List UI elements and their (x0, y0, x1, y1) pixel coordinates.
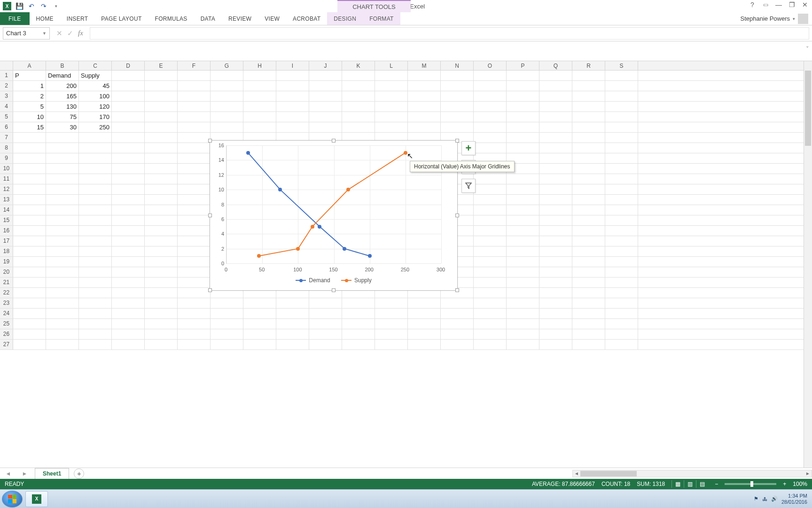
col-S[interactable]: S (605, 61, 638, 70)
cell[interactable] (243, 340, 276, 349)
cell[interactable] (572, 309, 605, 318)
cell[interactable] (112, 309, 145, 318)
cell[interactable] (211, 71, 243, 80)
cell[interactable] (572, 278, 605, 287)
cell[interactable] (474, 298, 507, 308)
cell[interactable] (539, 184, 572, 194)
row-header[interactable]: 8 (0, 143, 13, 153)
chart-marker[interactable] (311, 225, 314, 229)
col-Q[interactable]: Q (539, 61, 572, 70)
cell[interactable] (605, 309, 638, 318)
cell[interactable] (474, 112, 507, 122)
cell[interactable] (474, 122, 507, 132)
col-O[interactable]: O (474, 61, 507, 70)
cell[interactable] (112, 319, 145, 329)
cell[interactable]: 130 (46, 102, 79, 111)
cell[interactable] (572, 288, 605, 298)
cell[interactable] (112, 226, 145, 236)
cell[interactable] (46, 278, 79, 287)
cell[interactable] (539, 257, 572, 267)
row-header[interactable]: 20 (0, 267, 13, 277)
taskbar-clock[interactable]: 1:34 PM 28/01/2016 (781, 493, 807, 505)
cell[interactable] (178, 205, 211, 215)
cell[interactable] (539, 309, 572, 318)
cell[interactable] (46, 164, 79, 174)
cell[interactable] (309, 329, 342, 339)
cell[interactable] (178, 257, 211, 267)
cell[interactable] (605, 288, 638, 298)
cell[interactable] (375, 122, 408, 132)
cell[interactable] (507, 133, 539, 143)
cell[interactable] (309, 298, 342, 308)
cell[interactable] (572, 102, 605, 111)
col-E[interactable]: E (145, 61, 178, 70)
cell[interactable] (342, 102, 375, 111)
cell[interactable] (572, 143, 605, 153)
help-icon[interactable]: ? (748, 1, 757, 8)
start-button[interactable] (2, 491, 23, 508)
view-page-layout-icon[interactable]: ▥ (684, 480, 696, 488)
add-sheet-button[interactable]: + (74, 468, 84, 479)
cell[interactable] (79, 257, 112, 267)
cell[interactable] (243, 329, 276, 339)
cell[interactable] (572, 246, 605, 256)
cell[interactable] (112, 329, 145, 339)
chart-legend[interactable]: Demand Supply (210, 276, 457, 284)
cell[interactable] (145, 340, 178, 349)
cell[interactable] (441, 112, 474, 122)
cell[interactable] (112, 81, 145, 91)
cell[interactable] (46, 195, 79, 205)
cell[interactable] (276, 340, 309, 349)
cell[interactable] (572, 257, 605, 267)
cell[interactable] (507, 143, 539, 153)
tab-format[interactable]: FORMAT (363, 12, 400, 25)
row-header[interactable]: 9 (0, 153, 13, 163)
cell[interactable] (474, 195, 507, 205)
col-N[interactable]: N (441, 61, 474, 70)
cell[interactable] (408, 122, 441, 132)
zoom-slider[interactable] (725, 483, 776, 485)
cell[interactable] (605, 91, 638, 101)
cell[interactable] (79, 205, 112, 215)
cell[interactable] (243, 112, 276, 122)
cell[interactable] (507, 226, 539, 236)
cell[interactable] (605, 246, 638, 256)
name-box-dropdown-icon[interactable]: ▼ (42, 31, 47, 36)
cell[interactable] (79, 174, 112, 184)
cell[interactable] (572, 215, 605, 225)
cell[interactable] (539, 215, 572, 225)
row-header[interactable]: 16 (0, 226, 13, 236)
cell[interactable] (178, 288, 211, 298)
cell[interactable] (375, 319, 408, 329)
cell[interactable] (79, 236, 112, 246)
cell[interactable] (375, 81, 408, 91)
tab-acrobat[interactable]: ACROBAT (286, 12, 327, 25)
cell[interactable] (79, 195, 112, 205)
cell[interactable] (145, 153, 178, 163)
cell[interactable] (474, 91, 507, 101)
cell[interactable] (539, 267, 572, 277)
cell[interactable] (309, 340, 342, 349)
cell[interactable] (441, 71, 474, 80)
cell[interactable] (79, 164, 112, 174)
cell[interactable] (211, 298, 243, 308)
cell[interactable] (572, 195, 605, 205)
cell[interactable] (112, 122, 145, 132)
cell[interactable] (112, 340, 145, 349)
cell[interactable] (145, 174, 178, 184)
tray-volume-icon[interactable]: 🔊 (771, 496, 778, 502)
cell[interactable] (46, 205, 79, 215)
cell[interactable] (243, 91, 276, 101)
tab-view[interactable]: VIEW (258, 12, 286, 25)
chart-marker[interactable] (318, 225, 321, 229)
cell[interactable] (441, 309, 474, 318)
cell[interactable] (375, 102, 408, 111)
sheet-nav-prev-icon[interactable]: ◄ (6, 470, 11, 477)
user-area[interactable]: Stephanie Powers ▾ (740, 12, 812, 25)
cell[interactable] (145, 319, 178, 329)
tab-formulas[interactable]: FORMULAS (148, 12, 194, 25)
chart-marker[interactable] (368, 254, 372, 258)
row-header[interactable]: 26 (0, 329, 13, 339)
cell[interactable] (112, 267, 145, 277)
cell[interactable] (408, 71, 441, 80)
